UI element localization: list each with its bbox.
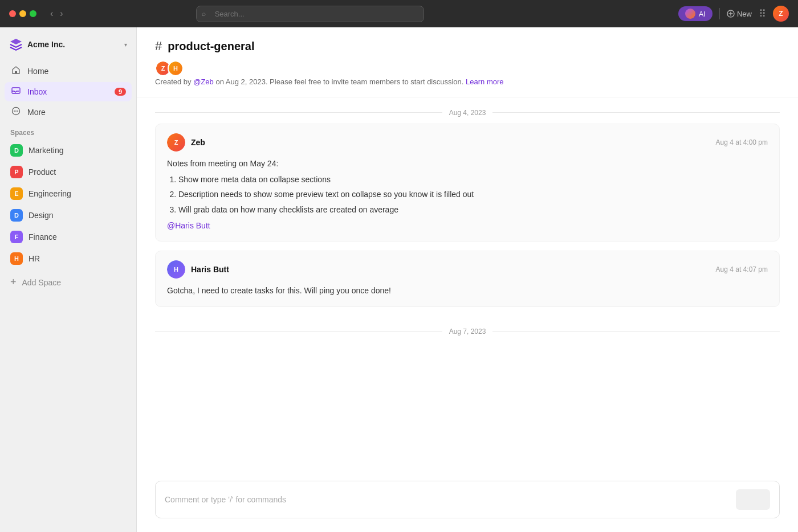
search-input[interactable] xyxy=(196,6,424,22)
back-button[interactable]: ‹ xyxy=(48,7,55,20)
message-card-2: H Haris Butt Aug 4 at 4:07 pm Gotcha, I … xyxy=(155,251,780,306)
list-item-2: Description needs to show some preview t… xyxy=(178,188,768,200)
channel-title-row: # product-general xyxy=(155,39,780,54)
product-space-icon: P xyxy=(10,166,23,178)
list-item-1: Show more meta data on collapse sections xyxy=(178,173,768,186)
description-prefix: Created by xyxy=(155,77,193,86)
engineering-label: Engineering xyxy=(28,189,71,198)
workspace-chevron-icon: ▾ xyxy=(124,42,127,48)
messages-area: Aug 4, 2023 Z Zeb Aug 4 at 4:00 pm Notes… xyxy=(137,97,798,472)
sidebar-item-product[interactable]: P Product xyxy=(5,162,132,182)
inbox-icon xyxy=(10,86,22,97)
channel-description: Created by @Zeb on Aug 2, 2023. Please f… xyxy=(155,76,780,88)
minimize-button[interactable] xyxy=(19,10,26,17)
design-space-icon: D xyxy=(10,209,23,222)
traffic-lights xyxy=(9,10,36,17)
sidebar-item-home[interactable]: Home xyxy=(5,62,132,81)
msg-author-2: Haris Butt xyxy=(191,265,229,274)
search-icon: ⌕ xyxy=(202,10,206,18)
grid-icon[interactable]: ⠿ xyxy=(759,7,766,20)
sidebar-item-inbox[interactable]: Inbox 9 xyxy=(5,82,132,101)
list-item-3: Will grab data on how many checklists ar… xyxy=(178,203,768,216)
marketing-space-icon: D xyxy=(10,144,23,157)
hr-label: HR xyxy=(28,254,40,263)
workspace-name: Acme Inc. xyxy=(27,40,65,49)
user-avatar-top[interactable]: Z xyxy=(773,6,789,22)
msg-avatar-img-2: H xyxy=(167,260,185,279)
content-area: # product-general Z H Created by @Zeb on… xyxy=(137,27,798,532)
msg-body-text-2: Gotcha, I need to create tasks for this.… xyxy=(167,284,768,297)
sidebar-item-engineering[interactable]: E Engineering xyxy=(5,183,132,204)
channel-header: # product-general Z H Created by @Zeb on… xyxy=(137,27,798,97)
date-divider-2: Aug 7, 2023 xyxy=(155,316,780,342)
home-icon xyxy=(10,66,22,77)
msg-avatar-1: Z xyxy=(167,133,185,152)
more-icon xyxy=(10,107,22,118)
ai-icon xyxy=(685,9,695,19)
titlebar-divider xyxy=(719,8,720,19)
inbox-label: Inbox xyxy=(27,87,47,96)
msg-time-2: Aug 4 at 4:07 pm xyxy=(716,265,768,273)
msg-list-1: Show more meta data on collapse sections… xyxy=(167,173,768,216)
sidebar-item-design[interactable]: D Design xyxy=(5,205,132,226)
message-body-2: Gotcha, I need to create tasks for this.… xyxy=(167,284,768,297)
svg-point-6 xyxy=(17,111,18,112)
msg-body-prefix-1: Notes from meeting on May 24: xyxy=(167,157,768,170)
finance-label: Finance xyxy=(28,232,57,242)
ai-label: AI xyxy=(699,10,706,18)
home-label: Home xyxy=(27,67,48,76)
titlebar: ‹ › ⌕ AI New ⠿ Z xyxy=(0,0,798,27)
ai-button[interactable]: AI xyxy=(678,6,712,21)
design-label: Design xyxy=(28,211,54,220)
sidebar: Acme Inc. ▾ Home Inbox 9 xyxy=(0,27,137,532)
msg-author-1: Zeb xyxy=(191,138,205,147)
forward-button[interactable]: › xyxy=(58,7,65,20)
sidebar-item-finance[interactable]: F Finance xyxy=(5,227,132,247)
sidebar-item-marketing[interactable]: D Marketing xyxy=(5,140,132,161)
hr-space-icon: H xyxy=(10,252,23,265)
message-card-1: Z Zeb Aug 4 at 4:00 pm Notes from meetin… xyxy=(155,124,780,242)
msg-avatar-img-1: Z xyxy=(167,133,185,152)
message-body-1: Notes from meeting on May 24: Show more … xyxy=(167,157,768,232)
main-layout: Acme Inc. ▾ Home Inbox 9 xyxy=(0,27,798,532)
workspace-header[interactable]: Acme Inc. ▾ xyxy=(5,34,132,55)
comment-input-wrap xyxy=(155,481,780,518)
send-button-area[interactable] xyxy=(736,489,770,510)
add-space-label: Add Space xyxy=(22,278,62,287)
comment-area xyxy=(137,472,798,532)
search-bar: ⌕ xyxy=(196,6,424,22)
marketing-label: Marketing xyxy=(28,146,63,155)
close-button[interactable] xyxy=(9,10,16,17)
new-label: New xyxy=(737,10,752,18)
svg-rect-2 xyxy=(12,88,20,93)
hash-icon: # xyxy=(155,39,162,54)
workspace-logo-icon xyxy=(9,38,23,51)
maximize-button[interactable] xyxy=(30,10,36,17)
new-button[interactable]: New xyxy=(727,10,752,18)
titlebar-right: AI New ⠿ Z xyxy=(678,6,789,22)
sidebar-item-hr[interactable]: H HR xyxy=(5,248,132,269)
add-space-button[interactable]: + Add Space xyxy=(5,272,132,292)
comment-input[interactable] xyxy=(165,495,736,504)
message-header-2: H Haris Butt Aug 4 at 4:07 pm xyxy=(167,260,768,279)
description-suffix: on Aug 2, 2023. Please feel free to invi… xyxy=(214,77,466,86)
sidebar-item-more[interactable]: More xyxy=(5,103,132,122)
message-header-1: Z Zeb Aug 4 at 4:00 pm xyxy=(167,133,768,152)
date-divider-1: Aug 4, 2023 xyxy=(155,97,780,124)
engineering-space-icon: E xyxy=(10,187,23,200)
channel-name: product-general xyxy=(168,40,254,53)
add-space-icon: + xyxy=(10,276,17,288)
member-avatar-2: H xyxy=(168,60,184,76)
msg-time-1: Aug 4 at 4:00 pm xyxy=(716,138,768,146)
svg-point-5 xyxy=(15,111,17,112)
svg-rect-1 xyxy=(15,71,17,73)
more-label: More xyxy=(27,108,46,117)
learn-more-link[interactable]: Learn more xyxy=(466,77,503,86)
creator-mention[interactable]: @Zeb xyxy=(193,77,214,86)
svg-point-4 xyxy=(14,111,15,112)
nav-arrows: ‹ › xyxy=(48,7,66,20)
msg-mention-1[interactable]: @Haris Butt xyxy=(167,221,210,230)
finance-space-icon: F xyxy=(10,231,23,243)
spaces-section-label: Spaces xyxy=(5,123,132,140)
inbox-badge: 9 xyxy=(115,88,126,96)
